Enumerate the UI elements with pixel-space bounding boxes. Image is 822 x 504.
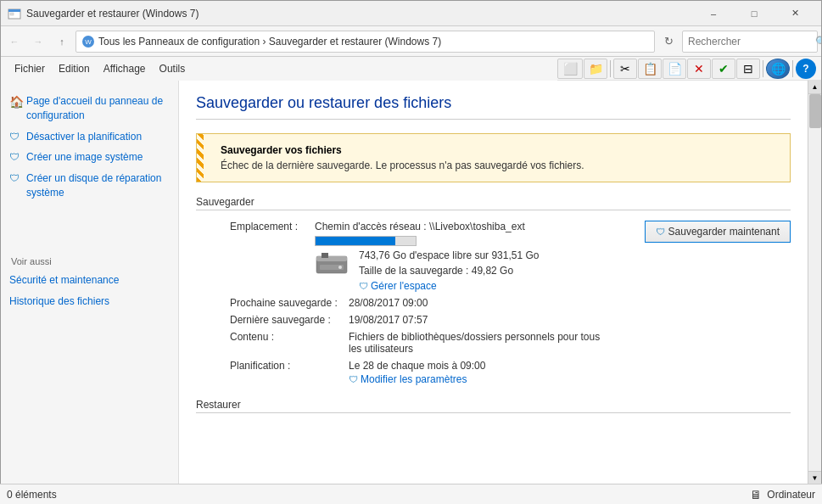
scroll-up[interactable]: ▲ [808, 81, 821, 94]
svg-rect-2 [10, 13, 14, 15]
disk-text-info: 743,76 Go d'espace libre sur 931,51 Go T… [359, 249, 539, 292]
toolbar-check-btn[interactable]: ✔ [712, 59, 735, 79]
window-title: Sauvegarder et restaurer (Windows 7) [26, 8, 694, 20]
help-button[interactable]: ? [796, 59, 816, 79]
scroll-down[interactable]: ▼ [808, 471, 821, 484]
disk-info-row: 743,76 Go d'espace libre sur 931,51 Go T… [315, 249, 539, 292]
toolbar-copy-btn[interactable]: 📋 [638, 59, 662, 79]
sidebar-link-securite[interactable]: Sécurité et maintenance [1, 270, 178, 291]
location-details: Chemin d'accès réseau : \\Livebox\toshib… [315, 221, 539, 292]
status-bar: 0 éléments 🖥 Ordinateur [0, 484, 822, 504]
sidebar-link-desactiver[interactable]: 🛡 Désactiver la planification [1, 126, 178, 148]
svg-rect-1 [8, 9, 20, 12]
toolbar-paste-btn[interactable]: 📄 [663, 59, 686, 79]
back-button[interactable]: ← [4, 31, 25, 52]
shield-save-icon: 🛡 [656, 227, 665, 237]
sidebar: 🏠 Page d'accueil du panneau de configura… [1, 81, 179, 484]
menu-bar: Fichier Edition Affichage Outils [1, 57, 557, 81]
toolbar-folder-btn[interactable]: 📁 [584, 59, 607, 79]
scrollbar[interactable]: ▲ ▼ [808, 81, 821, 484]
window-icon [8, 7, 21, 20]
toolbar-minus-btn[interactable]: ⊟ [736, 59, 760, 79]
sidebar-link-accueil[interactable]: 🏠 Page d'accueil du panneau de configura… [1, 91, 178, 126]
save-now-button[interactable]: 🛡 Sauvegarder maintenant [645, 221, 791, 243]
shield-manage-icon: 🛡 [359, 281, 368, 291]
sidebar-label-image: Créer une image système [26, 150, 143, 165]
maximize-button[interactable]: □ [735, 1, 774, 26]
sidebar-label-disque: Créer un disque de réparation système [26, 171, 168, 200]
last-backup-label: Dernière sauvegarde : [230, 314, 349, 326]
scroll-track [808, 94, 821, 471]
restore-section-header: Restaurer [196, 399, 791, 413]
toolbar: ⬜ 📁 ✂ 📋 📄 ✕ ✔ ⊟ 🌐 ? [557, 59, 821, 79]
restore-section: Restaurer [196, 399, 791, 413]
manage-link-text: Gérer l'espace [371, 280, 437, 292]
page-title: Sauvegarder ou restaurer des fichiers [196, 94, 791, 120]
sidebar-link-image[interactable]: 🛡 Créer une image système [1, 147, 178, 168]
svg-point-8 [338, 266, 342, 269]
location-value: Chemin d'accès réseau : \\Livebox\toshib… [315, 221, 539, 232]
close-button[interactable]: ✕ [775, 1, 814, 26]
shield-icon-1: 🛡 [9, 130, 23, 144]
sidebar-label-desactiver: Désactiver la planification [26, 130, 142, 144]
forward-button[interactable]: → [28, 31, 48, 52]
next-backup-label-text: Prochaine sauvegarde : [230, 297, 338, 309]
menu-fichier[interactable]: Fichier [8, 59, 52, 78]
toolbar-delete-btn[interactable]: ✕ [687, 59, 711, 79]
refresh-button[interactable]: ↻ [658, 31, 679, 52]
address-path[interactable]: W Tous les Panneaux de configuration › S… [75, 31, 655, 53]
menu-outils[interactable]: Outils [153, 59, 193, 78]
last-backup-label-text: Dernière sauvegarde : [230, 314, 331, 326]
content-value: Fichiers de bibliothèques/dossiers perso… [349, 331, 603, 355]
content-row: Contenu : Fichiers de bibliothèques/doss… [230, 331, 791, 355]
disk-icon-area [315, 249, 349, 279]
computer-icon: 🖥 [750, 488, 762, 501]
free-space-text: 743,76 Go d'espace libre sur 931,51 Go [359, 249, 539, 261]
minimize-button[interactable]: – [694, 1, 733, 26]
toolbar-view-btn[interactable]: ⬜ [557, 59, 583, 79]
sidebar-label-accueil: Page d'accueil du panneau de configurati… [26, 94, 168, 123]
sidebar-link-disque[interactable]: 🛡 Créer un disque de réparation système [1, 168, 178, 204]
shield-icon-3: 🛡 [9, 171, 23, 186]
modify-link-text: Modifier les paramètres [361, 373, 467, 385]
schedule-value: Le 28 de chaque mois à 09:00 [349, 360, 485, 372]
window-controls: – □ ✕ [694, 1, 814, 26]
next-backup-row: Prochaine sauvegarde : 28/08/2017 09:00 [230, 297, 791, 309]
backup-location-row: Emplacement : Chemin d'accès réseau : \\… [196, 221, 791, 292]
menu-toolbar-row: Fichier Edition Affichage Outils ⬜ 📁 ✂ 📋… [1, 57, 821, 81]
manage-link[interactable]: 🛡 Gérer l'espace [359, 280, 539, 292]
last-backup-row: Dernière sauvegarde : 19/08/2017 07:57 [230, 314, 791, 326]
sidebar-link-historique[interactable]: Historique des fichiers [1, 291, 178, 312]
toolbar-web-btn[interactable]: 🌐 [766, 59, 790, 79]
menu-affichage[interactable]: Affichage [97, 59, 153, 78]
shield-modify-icon: 🛡 [349, 374, 358, 384]
see-also-title: Voir aussi [1, 246, 178, 270]
svg-rect-9 [322, 253, 328, 258]
up-button[interactable]: ↑ [52, 31, 72, 52]
modify-link[interactable]: 🛡 Modifier les paramètres [349, 373, 485, 385]
svg-text:W: W [85, 38, 92, 46]
toolbar-separator [610, 60, 611, 77]
toolbar-cut-btn[interactable]: ✂ [613, 59, 637, 79]
schedule-row: Planification : Le 28 de chaque mois à 0… [230, 360, 791, 385]
menu-edition[interactable]: Edition [52, 59, 97, 78]
status-right: 🖥 Ordinateur [750, 488, 815, 501]
schedule-value-area: Le 28 de chaque mois à 09:00 🛡 Modifier … [349, 360, 485, 385]
toolbar-separator3 [792, 60, 793, 77]
status-left: 0 éléments [7, 489, 57, 501]
progress-bar-container [315, 236, 417, 246]
scroll-thumb[interactable] [809, 94, 821, 128]
warning-text: Échec de la dernière sauvegarde. Le proc… [221, 160, 584, 171]
location-label: Emplacement : [196, 221, 315, 232]
schedule-label: Planification : [230, 360, 349, 372]
sidebar-label-historique: Historique des fichiers [9, 294, 109, 309]
address-text: Tous les Panneaux de configuration › Sau… [98, 36, 441, 48]
backup-section: Sauvegarder Emplacement : Chemin d'accès… [196, 196, 791, 385]
warning-content: Sauvegarder vos fichiers Échec de la der… [221, 144, 584, 171]
shield-icon-2: 🛡 [9, 150, 23, 165]
path-icon: W [81, 35, 95, 48]
search-input[interactable] [688, 36, 815, 48]
svg-rect-6 [316, 256, 347, 261]
next-backup-value: 28/08/2017 09:00 [349, 297, 428, 309]
warning-stripe [197, 134, 204, 182]
